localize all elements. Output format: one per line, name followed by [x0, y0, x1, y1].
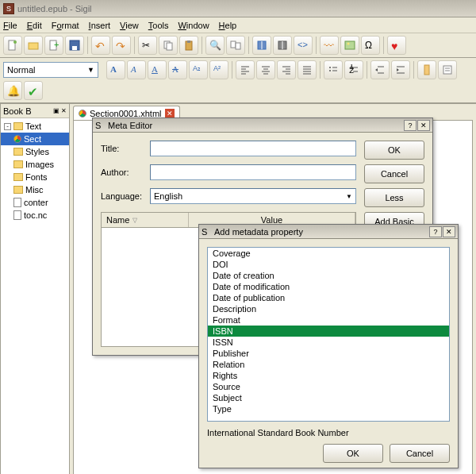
tree-item-section[interactable]: Sect: [1, 133, 69, 145]
property-item[interactable]: Format: [208, 314, 449, 326]
property-item[interactable]: ISBN: [208, 326, 449, 337]
property-item[interactable]: Publisher: [208, 348, 449, 359]
replace-icon[interactable]: [226, 36, 245, 55]
cancel-button[interactable]: Cancel: [390, 444, 450, 463]
strikethrough-icon[interactable]: A: [168, 60, 187, 79]
split-view-icon[interactable]: [273, 36, 292, 55]
svg-rect-8: [167, 43, 172, 50]
redo-icon[interactable]: ↷: [112, 36, 131, 55]
special-char-icon[interactable]: Ω: [361, 36, 380, 55]
menu-view[interactable]: View: [120, 21, 139, 30]
align-center-icon[interactable]: [256, 60, 275, 79]
donate-icon[interactable]: ♥: [387, 36, 406, 55]
property-item[interactable]: Relation: [208, 359, 449, 370]
property-item[interactable]: Subject: [208, 392, 449, 403]
align-left-icon[interactable]: [236, 60, 255, 79]
menu-file[interactable]: File: [3, 21, 17, 30]
dialog-icon: S: [202, 227, 211, 237]
cut-icon[interactable]: ✂: [138, 36, 157, 55]
less-button[interactable]: Less: [364, 188, 424, 207]
folder-icon: [13, 186, 23, 194]
close-tab-icon[interactable]: ✕: [165, 109, 175, 118]
validate-icon[interactable]: 🔔: [3, 81, 22, 100]
tree-item-content[interactable]: conter: [1, 196, 69, 209]
subscript-icon[interactable]: A₂: [189, 60, 208, 79]
bullet-list-icon[interactable]: [324, 60, 343, 79]
open-folder-icon[interactable]: [24, 36, 43, 55]
property-item[interactable]: Description: [208, 303, 449, 314]
undo-icon[interactable]: ↶: [91, 36, 110, 55]
underline-icon[interactable]: A: [148, 60, 167, 79]
property-item[interactable]: Type: [208, 403, 449, 414]
insert-image-icon[interactable]: [340, 36, 359, 55]
close-button[interactable]: ✕: [417, 120, 430, 131]
ok-button[interactable]: OK: [323, 444, 383, 463]
toc-icon[interactable]: [438, 60, 457, 79]
collapse-icon[interactable]: -: [4, 123, 11, 130]
menu-insert[interactable]: Insert: [89, 21, 111, 30]
ok-button[interactable]: OK: [364, 141, 424, 160]
language-select[interactable]: English ▼: [150, 188, 356, 204]
property-item[interactable]: Source: [208, 381, 449, 392]
sidebar-controls[interactable]: ▣ ✕: [53, 107, 67, 114]
svg-point-37: [329, 70, 331, 71]
name-column[interactable]: Name ▽: [102, 213, 189, 227]
main-menubar: File Edit Format Insert View Tools Windo…: [0, 17, 476, 33]
toolbar-separator: [367, 61, 367, 79]
align-right-icon[interactable]: [277, 60, 296, 79]
add-file-icon[interactable]: +: [44, 36, 63, 55]
dialog-icon: S: [95, 121, 105, 130]
split-marker-icon[interactable]: 〰: [320, 36, 339, 55]
menu-window[interactable]: Window: [178, 21, 209, 30]
svg-text:2: 2: [349, 65, 354, 75]
metadata-icon[interactable]: [417, 60, 436, 79]
align-justify-icon[interactable]: [298, 60, 317, 79]
tree-folder-images[interactable]: Images: [1, 158, 69, 171]
tab-label: Section0001.xhtml: [90, 109, 162, 118]
tree-folder-text[interactable]: -Text: [1, 120, 69, 133]
tree-folder-fonts[interactable]: Fonts: [1, 171, 69, 183]
author-input[interactable]: [150, 164, 356, 180]
save-icon[interactable]: [65, 36, 84, 55]
svg-point-18: [347, 43, 350, 45]
property-item[interactable]: Date of modification: [208, 281, 449, 292]
menu-format[interactable]: Format: [52, 21, 79, 30]
paragraph-style-select[interactable]: Normal ▼: [3, 62, 98, 78]
help-button[interactable]: ?: [429, 226, 442, 237]
book-view-icon[interactable]: [252, 36, 271, 55]
property-listbox[interactable]: CoverageDOIDate of creationDate of modif…: [207, 247, 450, 422]
property-item[interactable]: ISSN: [208, 337, 449, 348]
code-view-icon[interactable]: <>: [294, 36, 313, 55]
bold-icon[interactable]: A: [106, 60, 125, 79]
app-icon: S: [3, 3, 14, 14]
sidebar-header: Book B ▣ ✕: [1, 104, 69, 118]
tree-folder-misc[interactable]: Misc: [1, 183, 69, 196]
find-icon[interactable]: 🔍: [205, 36, 225, 55]
menu-help[interactable]: Help: [219, 21, 237, 30]
property-item[interactable]: Date of creation: [208, 270, 449, 281]
tree-folder-styles[interactable]: Styles: [1, 145, 69, 158]
new-file-icon[interactable]: [3, 36, 22, 55]
superscript-icon[interactable]: A²: [209, 60, 228, 79]
title-input[interactable]: [150, 141, 356, 156]
close-button[interactable]: ✕: [443, 226, 455, 237]
svg-rect-6: [72, 46, 77, 50]
menu-edit[interactable]: Edit: [27, 21, 42, 30]
property-item[interactable]: DOI: [208, 259, 449, 270]
property-item[interactable]: Date of publication: [208, 292, 449, 303]
help-button[interactable]: ?: [404, 120, 416, 131]
tree-item-tocncx[interactable]: toc.nc: [1, 209, 69, 222]
add-metadata-titlebar[interactable]: SAdd metadata property ? ✕: [199, 225, 458, 239]
menu-tools[interactable]: Tools: [148, 21, 169, 30]
numbered-list-icon[interactable]: 12: [344, 60, 363, 79]
copy-icon[interactable]: [159, 36, 178, 55]
property-item[interactable]: Rights: [208, 370, 449, 381]
meta-editor-titlebar[interactable]: SMeta Editor ? ✕: [93, 118, 432, 133]
cancel-button[interactable]: Cancel: [364, 164, 424, 183]
paste-icon[interactable]: [179, 36, 198, 55]
italic-icon[interactable]: A: [127, 60, 146, 79]
property-item[interactable]: Coverage: [208, 248, 449, 259]
check-icon[interactable]: ✔: [24, 81, 43, 100]
indent-icon[interactable]: [391, 60, 410, 79]
outdent-icon[interactable]: [370, 60, 390, 79]
